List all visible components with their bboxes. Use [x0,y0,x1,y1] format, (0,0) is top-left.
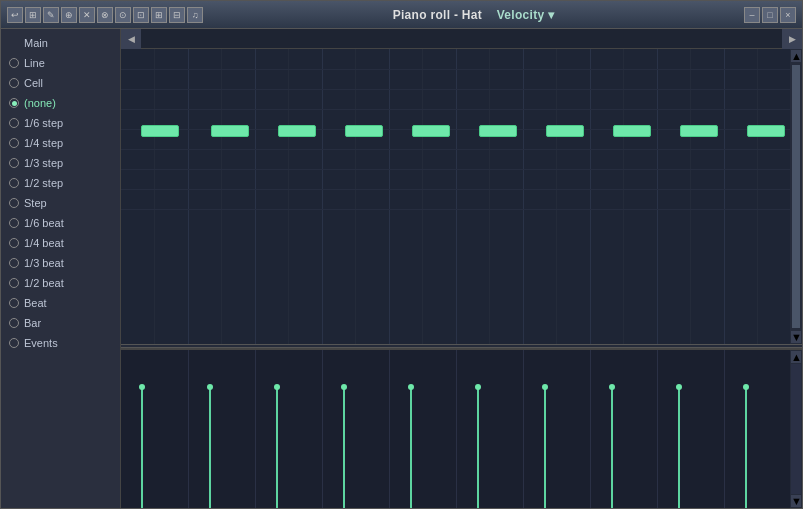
sidebar-item-beat-1-3[interactable]: 1/3 beat [1,253,120,273]
vel-v-line [188,350,189,508]
sidebar-item-label-step-1-4: 1/4 step [24,137,63,149]
note-4[interactable] [412,125,450,137]
velocity-dot-3 [341,384,347,390]
sidebar-item-beat[interactable]: Beat [1,293,120,313]
toolbar-btn-5[interactable]: ✕ [79,7,95,23]
vel-v-line [523,350,524,508]
close-button[interactable]: × [780,7,796,23]
velocity-bar-6[interactable] [544,388,546,508]
main-window: ↩ ⊞ ✎ ⊕ ✕ ⊗ ⊙ ⊡ ⊞ ⊟ ♫ Piano roll - Hat V… [0,0,803,509]
vel-v-line [590,350,591,508]
vertical-scrollbar[interactable]: ▲ ▼ [790,49,802,344]
sidebar-item-label-line: Line [24,57,45,69]
note-0[interactable] [141,125,179,137]
vel-scroll-down[interactable]: ▼ [791,495,801,507]
vel-v-line [724,350,725,508]
grid-area[interactable] [121,49,802,344]
toolbar-btn-6[interactable]: ⊗ [97,7,113,23]
sidebar-item-beat-1-6[interactable]: 1/6 beat [1,213,120,233]
scroll-thumb[interactable] [792,65,800,328]
note-7[interactable] [613,125,651,137]
sidebar-item-main[interactable]: Main [1,33,120,53]
velocity-dropdown-icon[interactable]: ▾ [548,8,554,22]
sidebar-item-step-1-2[interactable]: 1/2 step [1,173,120,193]
toolbar-btn-10[interactable]: ⊟ [169,7,185,23]
velocity-bar-0[interactable] [141,388,143,508]
maximize-button[interactable]: □ [762,7,778,23]
sidebar-item-label-step: Step [24,197,47,209]
toolbar-btn-9[interactable]: ⊞ [151,7,167,23]
scroll-down-btn[interactable]: ▼ [791,331,801,343]
sidebar-item-beat-1-2[interactable]: 1/2 beat [1,273,120,293]
toolbar-btn-11[interactable]: ♫ [187,7,203,23]
top-scroll-bar: ◀ ▶ [121,29,802,49]
vel-scroll-up[interactable]: ▲ [791,351,801,363]
sidebar-item-label-beat-1-4: 1/4 beat [24,237,64,249]
window-title: Piano roll - Hat Velocity ▾ [207,8,740,22]
sidebar-item-step-1-4[interactable]: 1/4 step [1,133,120,153]
radio-dot-none [9,98,19,108]
radio-dot-step [9,198,19,208]
velocity-bar-2[interactable] [276,388,278,508]
note-6[interactable] [546,125,584,137]
sidebar-item-cell[interactable]: Cell [1,73,120,93]
velocity-bar-5[interactable] [477,388,479,508]
velocity-bar-7[interactable] [611,388,613,508]
sidebar-item-none[interactable]: (none) [1,93,120,113]
vel-scroll-thumb[interactable] [791,364,801,494]
sidebar-item-step-1-3[interactable]: 1/3 step [1,153,120,173]
velocity-bar-1[interactable] [209,388,211,508]
piano-roll-label: Piano roll - Hat [393,8,482,22]
note-2[interactable] [278,125,316,137]
velocity-dot-0 [139,384,145,390]
radio-dot-beat-1-6 [9,218,19,228]
radio-dot-step-1-6 [9,118,19,128]
toolbar-btn-8[interactable]: ⊡ [133,7,149,23]
radio-dot-beat [9,298,19,308]
sidebar: MainLineCell(none)1/6 step1/4 step1/3 st… [1,29,121,508]
note-5[interactable] [479,125,517,137]
velocity-bar-9[interactable] [745,388,747,508]
radio-dot-bar [9,318,19,328]
vel-v-line [657,350,658,508]
radio-dot-cell [9,78,19,88]
velocity-bar-4[interactable] [410,388,412,508]
sidebar-item-step[interactable]: Step [1,193,120,213]
radio-dot-beat-1-4 [9,238,19,248]
minimize-button[interactable]: – [744,7,760,23]
vel-v-line [322,350,323,508]
note-8[interactable] [680,125,718,137]
sidebar-item-label-step-1-2: 1/2 step [24,177,63,189]
note-3[interactable] [345,125,383,137]
h-scroll-track[interactable] [141,29,782,48]
title-bar: ↩ ⊞ ✎ ⊕ ✕ ⊗ ⊙ ⊡ ⊞ ⊟ ♫ Piano roll - Hat V… [1,1,802,29]
toolbar-btn-1[interactable]: ↩ [7,7,23,23]
sidebar-item-label-main: Main [24,37,48,49]
velocity-bar-3[interactable] [343,388,345,508]
note-1[interactable] [211,125,249,137]
sidebar-item-beat-1-4[interactable]: 1/4 beat [1,233,120,253]
velocity-grid[interactable] [121,350,802,508]
toolbar-btn-2[interactable]: ⊞ [25,7,41,23]
velocity-dot-7 [609,384,615,390]
sidebar-item-line[interactable]: Line [1,53,120,73]
velocity-bar-8[interactable] [678,388,680,508]
velocity-dot-1 [207,384,213,390]
vel-scrollbar[interactable]: ▲ ▼ [790,350,802,508]
scroll-left-arrow[interactable]: ◀ [121,29,141,49]
velocity-label[interactable]: Velocity [497,8,545,22]
toolbar-btn-7[interactable]: ⊙ [115,7,131,23]
scroll-up-btn[interactable]: ▲ [791,50,801,62]
toolbar-btn-3[interactable]: ✎ [43,7,59,23]
sidebar-item-step-1-6[interactable]: 1/6 step [1,113,120,133]
scroll-right-arrow[interactable]: ▶ [782,29,802,49]
velocity-dot-4 [408,384,414,390]
notes-layer [121,49,802,344]
sidebar-item-bar[interactable]: Bar [1,313,120,333]
velocity-dot-5 [475,384,481,390]
toolbar-btn-4[interactable]: ⊕ [61,7,77,23]
radio-dot-line [9,58,19,68]
sidebar-item-label-beat-1-6: 1/6 beat [24,217,64,229]
note-9[interactable] [747,125,785,137]
sidebar-item-events[interactable]: Events [1,333,120,353]
